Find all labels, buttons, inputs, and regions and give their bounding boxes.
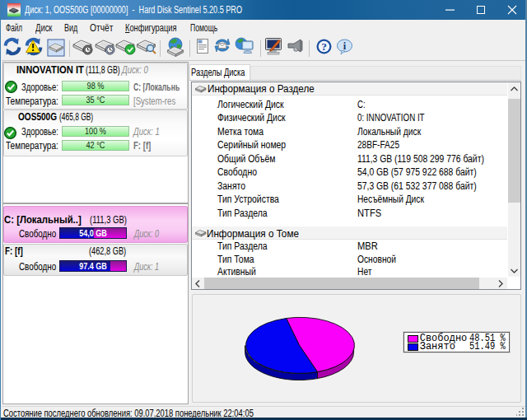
svg-text:?: ? <box>321 40 327 53</box>
svg-text:i: i <box>343 40 347 52</box>
